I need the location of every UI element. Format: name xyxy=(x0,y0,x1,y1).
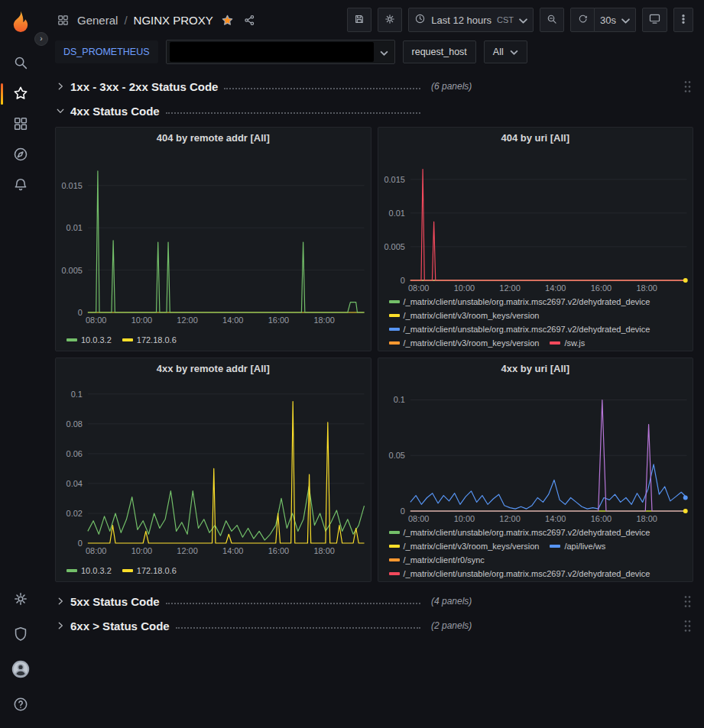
legend-item[interactable]: 172.18.0.6 xyxy=(122,566,177,575)
time-series-chart[interactable]: 00.020.040.060.080.108:0010:0012:0014:00… xyxy=(56,380,371,557)
sidebar-item-profile[interactable] xyxy=(0,655,41,685)
grafana-logo-icon[interactable] xyxy=(5,7,36,37)
svg-text:0.02: 0.02 xyxy=(67,509,83,518)
row-6xx[interactable]: 6xx > Status Code (2 panels) xyxy=(55,614,693,637)
gear-icon xyxy=(384,13,396,28)
svg-text:14:00: 14:00 xyxy=(545,514,566,523)
legend-series-name: 172.18.0.6 xyxy=(137,335,177,345)
svg-text:08:00: 08:00 xyxy=(86,546,106,555)
favorite-star-icon[interactable] xyxy=(219,12,235,28)
legend-item[interactable]: /_matrix/client/unstable/org.matrix.msc2… xyxy=(389,325,650,334)
legend-item[interactable]: /_matrix/client/unstable/org.matrix.msc2… xyxy=(389,528,650,537)
row-drag-handle[interactable] xyxy=(683,619,693,633)
sidebar-item-alerting[interactable] xyxy=(0,170,41,201)
legend-series-swatch xyxy=(389,314,400,317)
variable-request-host-dropdown[interactable]: All xyxy=(484,40,527,63)
row-dotted-leader xyxy=(166,603,420,604)
legend-series-name: /api/live/ws xyxy=(564,542,605,551)
legend-series-swatch xyxy=(389,300,400,303)
star-icon xyxy=(12,85,29,104)
chevron-right-icon xyxy=(55,596,70,607)
panel-title[interactable]: 4xx by remote addr [All] xyxy=(56,358,371,380)
row-panel-count: (2 panels) xyxy=(431,620,472,631)
panel-title[interactable]: 404 by uri [All] xyxy=(378,128,693,149)
panel-title[interactable]: 404 by remote addr [All] xyxy=(56,128,371,149)
dashboard-settings-button[interactable] xyxy=(378,8,402,32)
legend-item[interactable]: /_matrix/client/r0/sync xyxy=(389,555,485,565)
svg-text:18:00: 18:00 xyxy=(636,283,657,293)
panel-title[interactable]: 4xx by uri [All] xyxy=(378,358,693,380)
svg-text:0.06: 0.06 xyxy=(67,449,83,458)
legend-item[interactable]: /_matrix/client/unstable/org.matrix.msc2… xyxy=(389,569,650,578)
row-title: 6xx > Status Code xyxy=(70,620,170,633)
sidebar-item-server-admin[interactable] xyxy=(0,620,41,650)
time-range-picker[interactable]: Last 12 hours CST xyxy=(408,8,534,32)
sidebar-item-starred[interactable] xyxy=(0,79,41,109)
legend-item[interactable]: /_matrix/client/unstable/org.matrix.msc2… xyxy=(389,297,650,306)
legend-item[interactable]: /_matrix/client/v3/room_keys/version xyxy=(389,338,540,348)
refresh-interval-label: 30s xyxy=(600,15,616,26)
row-4xx[interactable]: 4xx Status Code xyxy=(55,99,693,122)
row-dotted-leader xyxy=(166,112,420,114)
svg-text:10:00: 10:00 xyxy=(453,283,474,293)
sidebar-item-settings[interactable] xyxy=(0,584,41,615)
more-options-button[interactable] xyxy=(673,8,693,32)
refresh-group: 30s xyxy=(570,8,636,32)
time-series-chart[interactable]: 00.0050.010.01508:0010:0012:0014:0016:00… xyxy=(56,149,371,326)
legend-item[interactable]: 10.0.3.2 xyxy=(67,335,112,345)
svg-text:0: 0 xyxy=(78,308,83,317)
sidebar-expand-chevron-icon[interactable]: › xyxy=(34,32,48,46)
row-drag-handle[interactable] xyxy=(683,79,693,94)
share-icon[interactable] xyxy=(242,12,258,28)
bell-icon xyxy=(12,176,29,196)
legend-item[interactable]: /api/live/ws xyxy=(550,542,605,551)
variables-bar: DS_PROMETHEUS request_host All xyxy=(41,40,704,70)
svg-text:0.015: 0.015 xyxy=(61,181,82,190)
breadcrumb-section[interactable]: General xyxy=(77,14,118,27)
legend-series-swatch xyxy=(389,328,400,331)
time-series-chart[interactable]: 00.0050.010.01508:0010:0012:0014:0016:00… xyxy=(378,149,693,294)
legend-item[interactable]: 172.18.0.6 xyxy=(122,335,177,345)
refresh-button[interactable] xyxy=(570,8,595,32)
legend-item[interactable]: /sw.js xyxy=(550,338,585,348)
variable-request-host-value: All xyxy=(493,47,504,57)
svg-text:0: 0 xyxy=(78,539,83,548)
svg-text:12:00: 12:00 xyxy=(177,315,197,325)
svg-text:12:00: 12:00 xyxy=(499,283,520,293)
tv-mode-button[interactable] xyxy=(642,8,667,32)
variable-request-host-label[interactable]: request_host xyxy=(403,40,476,63)
save-dashboard-button[interactable] xyxy=(347,8,371,32)
row-panel-count: (4 panels) xyxy=(431,596,472,607)
legend-series-name: /_matrix/client/unstable/org.matrix.msc2… xyxy=(404,297,650,306)
svg-text:08:00: 08:00 xyxy=(86,315,106,325)
variable-host-select[interactable] xyxy=(166,40,395,64)
legend-series-swatch xyxy=(550,545,560,548)
legend-item[interactable]: /_matrix/client/v3/room_keys/version xyxy=(389,311,540,320)
row-drag-handle[interactable] xyxy=(683,594,693,609)
panel-4xx-by-remote-addr: 4xx by remote addr [All] 00.020.040.060.… xyxy=(55,358,371,582)
legend-series-name: 172.18.0.6 xyxy=(137,566,177,575)
sidebar-item-help[interactable] xyxy=(0,690,41,720)
chevron-down-icon xyxy=(621,15,630,26)
row-dotted-leader xyxy=(176,627,420,629)
zoom-out-button[interactable] xyxy=(540,8,564,32)
panel-grid: 404 by remote addr [All] 00.0050.010.015… xyxy=(55,127,693,582)
svg-text:0.1: 0.1 xyxy=(393,395,404,404)
sidebar-item-search[interactable] xyxy=(0,48,41,79)
sidebar-item-explore[interactable] xyxy=(0,140,41,170)
refresh-interval-dropdown[interactable]: 30s xyxy=(595,8,636,32)
apps-grid-icon[interactable] xyxy=(55,12,71,28)
save-icon xyxy=(353,13,365,28)
legend-item[interactable]: 10.0.3.2 xyxy=(67,566,112,575)
row-5xx[interactable]: 5xx Status Code (4 panels) xyxy=(55,590,693,613)
chevron-down-icon xyxy=(55,105,70,116)
gear-icon xyxy=(12,590,29,610)
time-series-chart[interactable]: 00.050.108:0010:0012:0014:0016:0018:00 xyxy=(378,380,693,525)
compass-icon xyxy=(12,146,29,165)
panel-4xx-by-uri: 4xx by uri [All] 00.050.108:0010:0012:00… xyxy=(378,358,694,582)
row-1xx-3xx-2xx[interactable]: 1xx - 3xx - 2xx Status Code (6 panels) xyxy=(55,75,693,98)
variable-ds-prometheus-label[interactable]: DS_PROMETHEUS xyxy=(55,40,158,63)
legend-item[interactable]: /_matrix/client/v3/room_keys/version xyxy=(389,542,540,551)
svg-text:14:00: 14:00 xyxy=(222,315,243,325)
sidebar-item-dashboards[interactable] xyxy=(0,109,41,140)
